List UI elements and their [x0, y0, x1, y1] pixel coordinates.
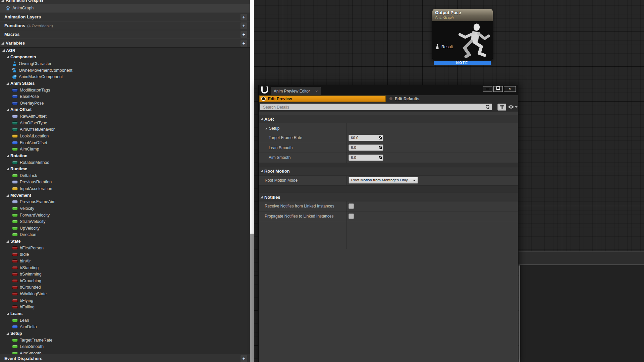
- window-titlebar[interactable]: Anim Preview Editor ✕ — ✕: [259, 85, 518, 95]
- category-header[interactable]: Root Motion: [259, 167, 518, 176]
- variable-group-components[interactable]: Components: [0, 54, 250, 61]
- variable-group-state[interactable]: State: [0, 238, 250, 245]
- variable-item[interactable]: AimClamp: [0, 146, 250, 153]
- variable-item[interactable]: PreviousRotation: [0, 179, 250, 186]
- add-button[interactable]: +: [240, 31, 247, 38]
- variable-item[interactable]: InputAcceleration: [0, 185, 250, 192]
- close-button[interactable]: ✕: [504, 86, 516, 92]
- variable-type-pill-teal: [12, 161, 18, 164]
- variable-item[interactable]: bFalling: [0, 304, 250, 311]
- variable-item[interactable]: LeanSmooth: [0, 343, 250, 350]
- variable-item[interactable]: BasePose: [0, 93, 250, 100]
- variable-group-setup[interactable]: Setup: [0, 330, 250, 337]
- section-header-variables[interactable]: Variables+: [0, 39, 250, 48]
- variable-item[interactable]: PreviousFrameAim: [0, 198, 250, 205]
- dropdown-select[interactable]: Root Motion from Montages Only: [348, 177, 418, 184]
- variable-item[interactable]: TargetFrameRate: [0, 337, 250, 344]
- variable-item[interactable]: bStanding: [0, 264, 250, 271]
- variable-item[interactable]: OverlayPose: [0, 100, 250, 107]
- numeric-input[interactable]: 6.0: [348, 155, 383, 161]
- variable-item[interactable]: ForwardVelocity: [0, 212, 250, 219]
- variable-item[interactable]: AimOffsetBehavior: [0, 126, 250, 133]
- variable-group-aim-offset[interactable]: Aim Offset: [0, 107, 250, 113]
- variable-item-label: bInAir: [20, 259, 31, 263]
- search-details-input[interactable]: [262, 104, 478, 111]
- section-header-macros[interactable]: Macros+: [0, 30, 250, 39]
- variable-item[interactable]: bWalkingState: [0, 291, 250, 297]
- variable-item[interactable]: AimDelta: [0, 323, 250, 330]
- category-header[interactable]: Notifies: [259, 193, 518, 201]
- variable-item[interactable]: bIdle: [0, 251, 250, 258]
- variable-item[interactable]: LookAtLocation: [0, 133, 250, 139]
- section-header-animation-layers[interactable]: Animation Layers+: [0, 12, 250, 21]
- variable-item[interactable]: bGrounded: [0, 284, 250, 291]
- variable-item-label: bIdle: [20, 252, 29, 257]
- property-row[interactable]: Propagate Notifies to Linked Instances: [259, 212, 518, 222]
- property-row[interactable]: Root Motion ModeRoot Motion from Montage…: [259, 176, 518, 186]
- variable-item[interactable]: Velocity: [0, 205, 250, 212]
- variable-group-rotation[interactable]: Rotation: [0, 153, 250, 159]
- checkbox[interactable]: [348, 214, 354, 219]
- variable-item[interactable]: Lean: [0, 317, 250, 324]
- add-button[interactable]: +: [240, 22, 247, 29]
- my-blueprint-scrollbar[interactable]: [250, 0, 254, 362]
- edit-preview-tab[interactable]: Edit Preview: [259, 96, 386, 102]
- section-header-functions[interactable]: Functions(4 Overridable)+: [0, 21, 250, 30]
- graph-item-animgraph[interactable]: AnimGraph: [0, 4, 250, 12]
- variable-item[interactable]: DeltaTick: [0, 172, 250, 179]
- variable-item[interactable]: bFlying: [0, 297, 250, 304]
- window-tab[interactable]: Anim Preview Editor ✕: [271, 87, 321, 95]
- view-options-button[interactable]: [508, 104, 518, 110]
- variable-item[interactable]: AimOffsetType: [0, 120, 250, 126]
- variable-item[interactable]: bInAir: [0, 258, 250, 264]
- variable-group-leans[interactable]: Leans: [0, 310, 250, 317]
- node-note-banner[interactable]: NOTE: [434, 61, 491, 65]
- variable-group-movement[interactable]: Movement: [0, 192, 250, 199]
- numeric-input[interactable]: 60.0: [348, 135, 383, 141]
- property-row[interactable]: Target Frame Rate60.0: [259, 133, 518, 143]
- variable-item[interactable]: AnimMasterComponent: [0, 74, 250, 80]
- output-pose-node-body[interactable]: Output Pose AnimGraph Result: [432, 9, 493, 60]
- property-row[interactable]: Lean Smooth6.0: [259, 143, 518, 153]
- variable-item[interactable]: bSwimming: [0, 271, 250, 278]
- variable-item-label: TargetFrameRate: [20, 338, 52, 343]
- variable-item[interactable]: OwnerMovementComponent: [0, 67, 250, 74]
- tab-close-icon[interactable]: ✕: [315, 89, 318, 93]
- variable-item[interactable]: RotationMethod: [0, 159, 250, 166]
- variable-group-anim-states[interactable]: Anim States: [0, 80, 250, 87]
- property-matrix-button[interactable]: [497, 104, 506, 111]
- edit-defaults-tab[interactable]: Edit Defaults: [389, 96, 419, 102]
- variable-group-runtime[interactable]: Runtime: [0, 166, 250, 172]
- property-row[interactable]: Receive Notifies from Linked Instances: [259, 201, 518, 212]
- output-pose-node[interactable]: Output Pose AnimGraph Result: [432, 9, 492, 65]
- numeric-input[interactable]: 6.0: [348, 144, 383, 151]
- section-header-event-dispatchers[interactable]: Event Dispatchers+: [0, 354, 250, 362]
- variable-type-pill-blue: [12, 141, 18, 144]
- variable-item[interactable]: UpVelocity: [0, 225, 250, 232]
- subcategory-header[interactable]: Setup: [259, 123, 518, 133]
- variable-item[interactable]: bCrouching: [0, 278, 250, 284]
- add-button[interactable]: +: [240, 355, 247, 362]
- minimize-button[interactable]: —: [483, 86, 492, 92]
- variable-item[interactable]: StrafeVelocity: [0, 218, 250, 225]
- scrollbar-thumb[interactable]: [250, 0, 254, 234]
- variable-item[interactable]: RawAimOffset: [0, 113, 250, 120]
- right-panel-scrollbar[interactable]: [519, 265, 520, 362]
- actor-ref-icon: [12, 68, 17, 73]
- variable-item[interactable]: Direction: [0, 232, 250, 238]
- variable-group-agr[interactable]: AGR: [0, 47, 250, 54]
- add-button[interactable]: +: [240, 14, 247, 20]
- variable-item[interactable]: FinalAimOffset: [0, 139, 250, 146]
- variable-item[interactable]: ModificatonTags: [0, 87, 250, 94]
- maximize-button[interactable]: [493, 86, 503, 92]
- property-row[interactable]: Aim Smooth6.0: [259, 153, 518, 163]
- pose-pin-icon[interactable]: [436, 44, 439, 50]
- category-header[interactable]: AGR: [259, 115, 518, 123]
- output-pose-node-header[interactable]: Output Pose AnimGraph: [432, 9, 493, 21]
- variable-item[interactable]: OwningCharacter: [0, 60, 250, 67]
- search-icon: [485, 105, 489, 109]
- variable-item[interactable]: bFirstPerson: [0, 245, 250, 251]
- add-button[interactable]: +: [240, 40, 247, 47]
- checkbox[interactable]: [348, 203, 354, 209]
- search-details-box[interactable]: [260, 104, 492, 110]
